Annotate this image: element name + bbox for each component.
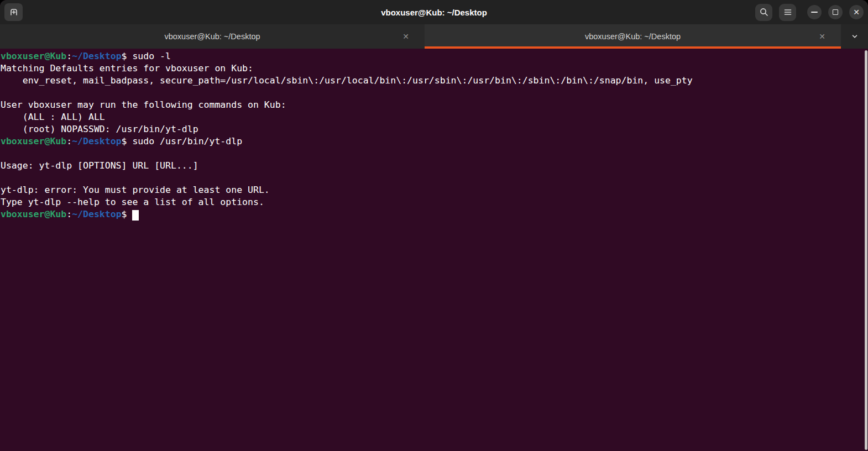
header-controls: ✕ [755,0,864,24]
minimize-icon [811,12,818,13]
terminal-line: vboxuser@Kub:~/Desktop$ [1,208,862,221]
scrollbar[interactable] [865,50,867,450]
terminal-window: vboxuser@Kub: ~/Desktop ✕ [0,0,868,451]
window-title: vboxuser@Kub: ~/Desktop [0,8,868,17]
terminal-line: User vboxuser may run the following comm… [1,99,862,111]
terminal-line: env_reset, mail_badpass, secure_path=/us… [1,75,862,87]
header-bar: vboxuser@Kub: ~/Desktop ✕ [0,0,868,24]
terminal-line: vboxuser@Kub:~/Desktop$ sudo /usr/bin/yt… [1,135,862,148]
terminal-line: vboxuser@Kub:~/Desktop$ sudo -l [1,50,862,62]
new-tab-button[interactable] [4,3,23,21]
tab-2-close-button[interactable]: ✕ [817,30,828,43]
terminal-line [1,87,862,99]
tab-2-label: vboxuser@Kub: ~/Desktop [585,32,681,41]
hamburger-menu-icon [783,7,793,17]
tab-1-close-button[interactable]: ✕ [400,30,411,43]
tab-list-dropdown-button[interactable] [841,24,868,49]
chevron-down-icon [850,32,859,41]
terminal-line: (root) NOPASSWD: /usr/bin/yt-dlp [1,123,862,135]
terminal-line: (ALL : ALL) ALL [1,111,862,123]
close-button[interactable]: ✕ [849,5,864,19]
tab-bar: vboxuser@Kub: ~/Desktop ✕ vboxuser@Kub: … [0,24,868,49]
terminal-output: vboxuser@Kub:~/Desktop$ sudo -lMatching … [1,50,862,221]
search-icon [759,7,769,17]
terminal-line [1,172,862,184]
maximize-button[interactable] [828,5,843,19]
terminal-viewport[interactable]: vboxuser@Kub:~/Desktop$ sudo -lMatching … [0,49,868,451]
terminal-cursor [132,210,139,221]
menu-button[interactable] [779,4,796,21]
terminal-line: Type yt-dlp --help to see a list of all … [1,196,862,208]
terminal-line: Usage: yt-dlp [OPTIONS] URL [URL...] [1,160,862,172]
terminal-line: yt-dlp: error: You must provide at least… [1,184,862,196]
tab-2-active[interactable]: vboxuser@Kub: ~/Desktop ✕ [425,24,841,49]
search-button[interactable] [755,4,772,21]
maximize-icon [833,9,838,15]
terminal-line [1,148,862,160]
minimize-button[interactable] [807,5,822,19]
tab-1-label: vboxuser@Kub: ~/Desktop [164,32,260,41]
tab-new-icon [9,7,19,17]
close-icon: ✕ [853,8,860,16]
tab-1[interactable]: vboxuser@Kub: ~/Desktop ✕ [0,24,425,49]
terminal-line: Matching Defaults entries for vboxuser o… [1,62,862,75]
